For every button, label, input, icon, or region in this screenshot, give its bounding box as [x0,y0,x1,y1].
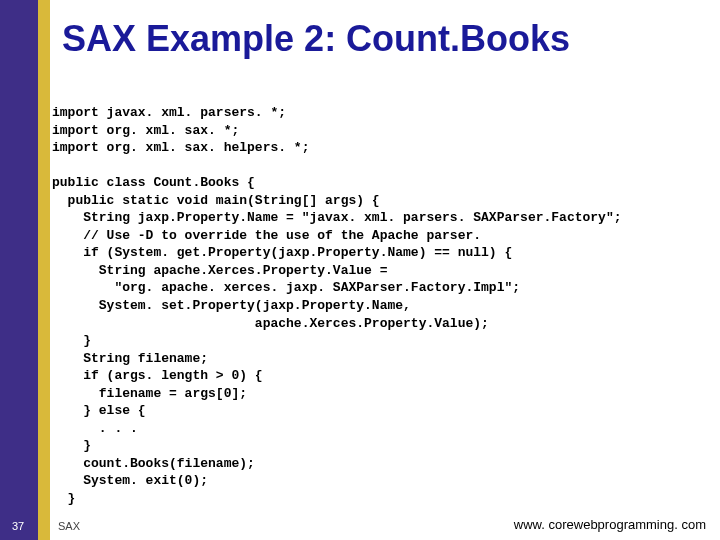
slide-number: 37 [12,520,24,532]
code-block: import javax. xml. parsers. *; import or… [52,104,710,508]
footer-right-url: www. corewebprogramming. com [514,517,706,532]
slide-title: SAX Example 2: Count.Books [62,18,570,60]
title-area: SAX Example 2: Count.Books [0,0,720,90]
footer-left-text: SAX [58,520,80,532]
